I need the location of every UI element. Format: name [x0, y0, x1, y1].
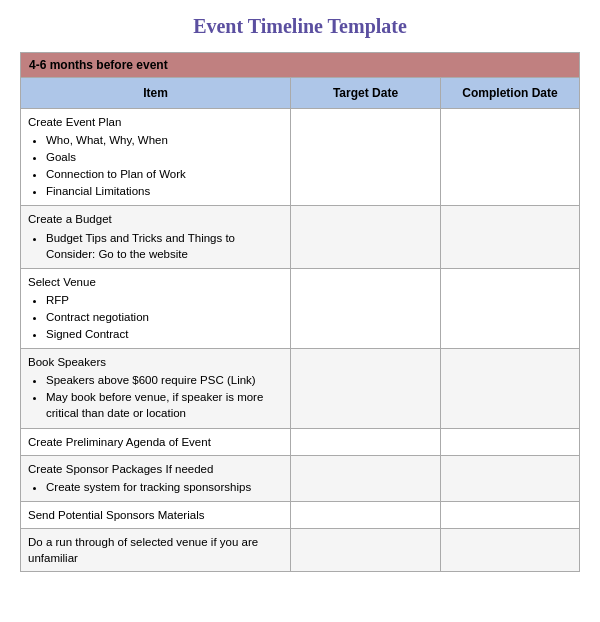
- item-bullets: Budget Tips and Tricks and Things to Con…: [46, 230, 283, 262]
- item-main-text: Select Venue: [28, 276, 96, 288]
- page-title: Event Timeline Template: [20, 15, 580, 38]
- col-header-completion: Completion Date: [441, 78, 579, 108]
- list-item: Contract negotiation: [46, 309, 283, 325]
- list-item: RFP: [46, 292, 283, 308]
- column-headers: Item Target Date Completion Date: [21, 78, 579, 109]
- table-row: Send Potential Sponsors Materials: [21, 502, 579, 529]
- completion-date-cell: [441, 456, 579, 501]
- item-main-text: Do a run through of selected venue if yo…: [28, 536, 258, 564]
- completion-date-cell: [441, 109, 579, 205]
- list-item: Financial Limitations: [46, 183, 283, 199]
- item-main-text: Create Preliminary Agenda of Event: [28, 436, 211, 448]
- target-date-cell: [291, 456, 441, 501]
- item-main-text: Create Event Plan: [28, 116, 121, 128]
- item-bullets: Who, What, Why, WhenGoalsConnection to P…: [46, 132, 283, 199]
- item-cell: Create Event PlanWho, What, Why, WhenGoa…: [21, 109, 291, 205]
- table-row: Create a BudgetBudget Tips and Tricks an…: [21, 206, 579, 268]
- item-cell: Create Preliminary Agenda of Event: [21, 429, 291, 455]
- table-row: Create Preliminary Agenda of Event: [21, 429, 579, 456]
- list-item: Create system for tracking sponsorships: [46, 479, 283, 495]
- target-date-cell: [291, 429, 441, 455]
- list-item: Speakers above $600 require PSC (Link): [46, 372, 283, 388]
- table-body: Create Event PlanWho, What, Why, WhenGoa…: [21, 109, 579, 571]
- table-row: Do a run through of selected venue if yo…: [21, 529, 579, 571]
- table-container: 4-6 months before event Item Target Date…: [20, 52, 580, 572]
- item-main-text: Send Potential Sponsors Materials: [28, 509, 204, 521]
- section-header: 4-6 months before event: [21, 53, 579, 78]
- col-header-target: Target Date: [291, 78, 441, 108]
- item-bullets: RFPContract negotiationSigned Contract: [46, 292, 283, 342]
- table-row: Book SpeakersSpeakers above $600 require…: [21, 349, 579, 428]
- item-cell: Do a run through of selected venue if yo…: [21, 529, 291, 571]
- item-bullets: Create system for tracking sponsorships: [46, 479, 283, 495]
- target-date-cell: [291, 529, 441, 571]
- item-cell: Create a BudgetBudget Tips and Tricks an…: [21, 206, 291, 267]
- completion-date-cell: [441, 269, 579, 348]
- completion-date-cell: [441, 206, 579, 267]
- target-date-cell: [291, 109, 441, 205]
- list-item: Who, What, Why, When: [46, 132, 283, 148]
- item-cell: Book SpeakersSpeakers above $600 require…: [21, 349, 291, 427]
- item-cell: Select VenueRFPContract negotiationSigne…: [21, 269, 291, 348]
- list-item: Budget Tips and Tricks and Things to Con…: [46, 230, 283, 262]
- list-item: Connection to Plan of Work: [46, 166, 283, 182]
- table-row: Create Event PlanWho, What, Why, WhenGoa…: [21, 109, 579, 206]
- completion-date-cell: [441, 529, 579, 571]
- item-cell: Send Potential Sponsors Materials: [21, 502, 291, 528]
- table-row: Select VenueRFPContract negotiationSigne…: [21, 269, 579, 349]
- list-item: Goals: [46, 149, 283, 165]
- target-date-cell: [291, 349, 441, 427]
- item-cell: Create Sponsor Packages If neededCreate …: [21, 456, 291, 501]
- col-header-item: Item: [21, 78, 291, 108]
- target-date-cell: [291, 269, 441, 348]
- completion-date-cell: [441, 502, 579, 528]
- item-main-text: Book Speakers: [28, 356, 106, 368]
- item-bullets: Speakers above $600 require PSC (Link)Ma…: [46, 372, 283, 421]
- completion-date-cell: [441, 429, 579, 455]
- target-date-cell: [291, 502, 441, 528]
- completion-date-cell: [441, 349, 579, 427]
- list-item: Signed Contract: [46, 326, 283, 342]
- table-row: Create Sponsor Packages If neededCreate …: [21, 456, 579, 502]
- target-date-cell: [291, 206, 441, 267]
- item-main-text: Create Sponsor Packages If needed: [28, 463, 213, 475]
- list-item: May book before venue, if speaker is mor…: [46, 389, 283, 421]
- item-main-text: Create a Budget: [28, 213, 112, 225]
